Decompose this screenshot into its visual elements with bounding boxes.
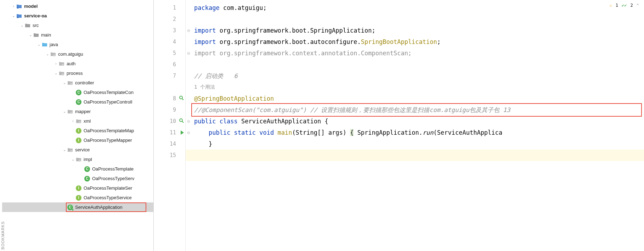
code-editor[interactable]: 12345678910111415 ⚠1 ✔✔2 ⌃ package com.a… [154,0,644,251]
svg-point-4 [62,73,64,76]
code-token: public class [194,118,241,125]
code-line[interactable]: //@ComponentScan("com.atguigu") // 设置扫描规… [186,104,644,116]
tree-item-xml[interactable]: ›xml [2,116,153,126]
tree-item-controller[interactable]: ⌄controller [2,78,153,88]
class-i-icon: I [76,138,81,143]
code-line[interactable]: // 启动类 6 [186,70,644,82]
tree-item-label: OaProcessTypeControll [84,99,132,105]
chevron-down-icon[interactable]: ⌄ [62,147,67,153]
code-line[interactable]: } [186,138,644,150]
chevron-down-icon[interactable]: ⌄ [53,71,59,76]
code-token: package [194,4,223,11]
tree-item-impl[interactable]: ⌄impl [2,155,153,164]
chevron-down-icon[interactable]: ⌄ [62,109,67,115]
tree-item-main[interactable]: ⌄main [2,30,153,40]
tree-item-oaprocesstypeservice[interactable]: IOaProcessTypeService [2,193,153,202]
tree-item-oaprocesstemplatemap[interactable]: IOaProcessTemplateMap [2,126,153,135]
tree-item-oaprocesstemplatecon[interactable]: COaProcessTemplateCon [2,88,153,97]
chevron-down-icon[interactable]: ⌄ [19,23,25,28]
tree-item-oaprocesstemplate[interactable]: COaProcessTemplate [2,164,153,174]
tree-item-service[interactable]: ⌄service [2,145,153,155]
chevron-right-icon[interactable]: › [11,4,16,9]
chevron-down-icon[interactable]: ⌄ [45,51,50,57]
code-line[interactable]: import org.springframework.boot.autoconf… [186,36,644,48]
run-icon[interactable] [181,130,184,135]
gutter-line: 5 [154,48,185,59]
class-i-icon: I [76,185,81,191]
svg-point-3 [62,64,64,66]
gutter-line: 2 [154,13,185,25]
svg-point-10 [180,96,182,99]
gutter-line: 7 [154,70,185,82]
tree-item-oaprocesstypemapper[interactable]: IOaProcessTypeMapper [2,135,153,145]
code-line[interactable]: 1 个用法 [186,82,644,93]
tree-item-oaprocesstemplateser[interactable]: IOaProcessTemplateSer [2,183,153,193]
code-line[interactable]: package com.atguigu; [186,2,644,13]
fold-icon[interactable]: ⊖ [187,28,190,33]
tree-item-service-oa[interactable]: ⌄service-oa [2,11,153,21]
code-token: // 启动类 6 [194,72,238,80]
tree-item-label: model [24,4,38,9]
svg-line-11 [182,99,183,100]
code-line[interactable]: @SpringBootApplication [186,93,644,104]
usages-hint[interactable]: 1 个用法 [194,84,215,90]
code-line[interactable] [186,59,644,70]
fold-icon[interactable]: ⊖ [187,130,190,135]
tree-item-src[interactable]: ⌄src [2,21,153,30]
tree-item-java[interactable]: ⌄java [2,40,153,49]
code-token: atguigu [444,106,469,113]
chevron-down-icon[interactable]: ⌄ [11,13,16,19]
chevron-right-icon[interactable]: › [53,61,59,67]
code-line[interactable]: ⊖ public static void main(String[] args)… [186,127,644,138]
tree-item-label: impl [84,157,92,162]
code-token: org.springframework.boot.autoconfigure. [220,38,361,45]
code-line[interactable]: ⊖import org.springframework.context.anno… [186,48,644,59]
fold-icon[interactable]: ⊖ [187,50,190,56]
code-token: (ServiceAuthApplica [434,129,502,136]
class-c-icon: C [84,166,90,172]
chevron-down-icon[interactable]: ⌄ [70,157,76,162]
tree-item-model[interactable]: ›model [2,1,153,11]
tree-item-com-atguigu[interactable]: ⌄com.atguigu [2,49,153,59]
class-i-icon: I [76,195,81,201]
gutter-line: 15 [154,150,185,161]
tree-item-label: service-oa [24,13,47,18]
svg-point-8 [70,150,72,152]
class-c-icon: C [76,99,81,105]
code-line[interactable] [186,13,644,25]
code-line[interactable]: ⊖import org.springframework.boot.SpringA… [186,25,644,36]
editor-code-area[interactable]: ⚠1 ✔✔2 ⌃ package com.atguigu;⊖import org… [186,0,644,251]
gutter-line [154,82,185,93]
pkg-icon [76,118,81,124]
tree-item-process[interactable]: ⌄process [2,68,153,78]
tree-item-label: process [67,71,83,76]
chevron-down-icon[interactable]: ⌄ [36,42,42,48]
code-line[interactable]: ⊖public class ServiceAuthApplication { [186,116,644,127]
folder-blue-icon [16,13,22,19]
run-gutter-icon[interactable] [179,95,184,102]
folder-gray-icon [33,32,39,38]
chevron-down-icon[interactable]: ⌄ [62,80,67,86]
tree-item-label: OaProcessTemplateCon [84,90,134,95]
bookmarks-tab[interactable]: BOOKMARKS [0,220,6,251]
chevron-right-icon[interactable]: › [70,118,76,124]
tree-item-serviceauthapplication[interactable]: CServiceAuthApplication [2,202,153,212]
tree-item-auth[interactable]: ›auth [2,59,153,68]
svg-point-2 [53,54,55,56]
tree-item-oaprocesstypeserv[interactable]: COaProcessTypeServ [2,174,153,183]
gutter-line: 10 [154,116,185,127]
chevron-down-icon[interactable]: ⌄ [28,32,33,38]
gutter-line: 8 [154,93,185,104]
svg-point-6 [70,112,72,114]
code-token: run [423,129,434,136]
svg-point-5 [70,83,72,85]
tree-item-mapper[interactable]: ⌄mapper [2,107,153,116]
pkg-icon [50,51,56,57]
code-token: ") // 设置扫描规则，要扫描那些包这里是扫描com. [299,106,444,114]
run-gutter-icon[interactable] [179,118,184,124]
class-c-run-icon: C [67,205,73,210]
code-line[interactable] [186,150,644,161]
fold-icon[interactable]: ⊖ [187,118,190,124]
tree-item-oaprocesstypecontroll[interactable]: COaProcessTypeControll [2,97,153,107]
tree-item-label: OaProcessTemplateSer [84,185,132,191]
